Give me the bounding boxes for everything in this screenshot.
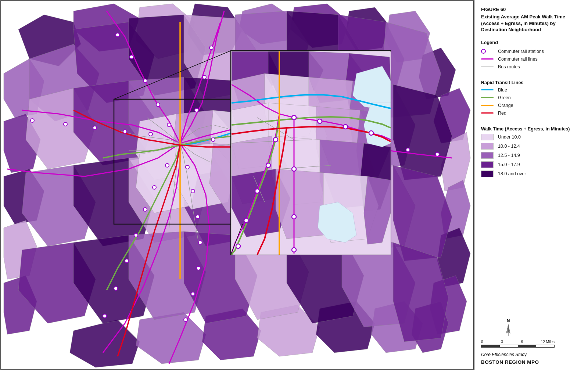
svg-point-147	[292, 215, 296, 219]
svg-point-148	[292, 248, 296, 252]
legend-item-18plus: 18.0 and over	[481, 170, 581, 177]
blue-line-symbol	[481, 89, 495, 90]
legend-item-stations: Commuter rail stations	[481, 49, 581, 54]
svg-point-92	[191, 189, 195, 193]
red-line-symbol	[481, 112, 495, 114]
svg-point-144	[244, 218, 248, 223]
scale-label-3: 3	[501, 340, 503, 344]
svg-point-89	[114, 287, 118, 290]
green-line-icon	[481, 97, 494, 98]
svg-point-106	[435, 152, 439, 156]
legend-item-bus: Bus routes	[481, 64, 581, 69]
scale-label-12: 12 Miles	[541, 340, 555, 344]
svg-point-74	[130, 55, 133, 59]
scale-bar-area: 0 3 6 12 Miles	[481, 340, 581, 348]
legend-label-18plus: 18.0 and over	[498, 171, 526, 176]
bus-route-line-icon	[481, 67, 494, 67]
svg-point-141	[273, 137, 278, 142]
svg-point-105	[406, 148, 410, 152]
red-line-icon	[481, 112, 494, 114]
svg-point-72	[156, 103, 160, 107]
svg-point-142	[266, 163, 270, 168]
legend-label-under10: Under 10.0	[498, 134, 521, 140]
svg-point-140	[369, 131, 373, 135]
legend-section-main: Legend Commuter rail stations Commuter r…	[481, 40, 581, 72]
north-label: N	[507, 318, 510, 323]
station-dot-icon	[481, 49, 486, 54]
legend-label-rail-lines: Commuter rail lines	[498, 57, 538, 62]
swatch-under10-icon	[481, 134, 494, 140]
svg-point-143	[255, 189, 259, 193]
legend-item-10-12: 10.0 - 12.4	[481, 143, 581, 150]
svg-point-79	[149, 132, 153, 136]
rapid-transit-heading: Rapid Transit Lines	[481, 80, 581, 85]
svg-point-82	[64, 122, 67, 126]
orange-line-icon	[481, 105, 494, 106]
svg-point-76	[195, 108, 198, 112]
svg-point-146	[292, 167, 296, 171]
legend-label-green: Green	[498, 95, 511, 100]
svg-point-73	[143, 79, 147, 83]
map-svg	[0, 0, 474, 370]
scale-label-0: 0	[481, 340, 483, 344]
legend-item-rail-lines: Commuter rail lines	[481, 57, 581, 62]
svg-point-75	[116, 33, 119, 37]
legend-label-15-17: 15.0 - 17.9	[498, 162, 520, 167]
map-area	[0, 0, 474, 370]
core-eff-label: Core Efficiencies Study	[481, 352, 581, 357]
figure-number: FIGURE 60	[481, 7, 581, 12]
legend-item-green: Green	[481, 95, 581, 100]
svg-point-71	[167, 123, 171, 127]
svg-point-78	[209, 46, 213, 50]
svg-point-138	[318, 119, 322, 123]
svg-point-96	[191, 292, 195, 296]
swatch-15-17-symbol	[481, 161, 495, 168]
green-line-symbol	[481, 97, 495, 98]
station-symbol	[481, 49, 495, 54]
figure-title: Existing Average AM Peak Walk Time (Acce…	[481, 14, 581, 33]
commuter-rail-line-icon	[481, 58, 494, 60]
svg-point-85	[153, 186, 156, 189]
svg-point-93	[196, 215, 200, 219]
bus-line-symbol	[481, 67, 495, 67]
swatch-12-14-icon	[481, 152, 494, 159]
map-extras: N 0 3 6 12 Miles	[481, 315, 581, 365]
legend-label-stations: Commuter rail stations	[498, 49, 544, 54]
legend-item-12-14: 12.5 - 14.9	[481, 152, 581, 159]
legend-heading: Legend	[481, 40, 581, 45]
svg-point-139	[343, 125, 348, 129]
scale-label-6: 6	[521, 340, 523, 344]
svg-point-88	[125, 259, 129, 263]
legend-label-bus: Bus routes	[498, 64, 520, 69]
scale-bar	[481, 345, 555, 348]
scale-bar-labels: 0 3 6 12 Miles	[481, 340, 555, 344]
svg-point-87	[134, 233, 138, 237]
scale-seg-2	[500, 345, 518, 347]
swatch-18plus-symbol	[481, 170, 495, 177]
orange-line-symbol	[481, 105, 495, 106]
mpo-label: BOSTON REGION MPO	[481, 359, 581, 365]
svg-point-86	[143, 208, 147, 211]
legend-item-orange: Orange	[481, 103, 581, 108]
legend-item-blue: Blue	[481, 87, 581, 93]
legend-item-15-17: 15.0 - 17.9	[481, 161, 581, 168]
svg-point-94	[198, 241, 202, 244]
swatch-15-17-icon	[481, 161, 494, 168]
swatch-10-12-symbol	[481, 143, 495, 150]
legend-panel: FIGURE 60 Existing Average AM Peak Walk …	[474, 0, 588, 370]
svg-point-91	[186, 165, 189, 169]
svg-point-77	[202, 75, 206, 79]
north-arrow: N	[503, 318, 513, 337]
svg-point-83	[31, 119, 34, 122]
svg-point-95	[197, 266, 200, 270]
svg-point-90	[103, 314, 107, 318]
legend-item-red: Red	[481, 111, 581, 116]
walk-time-heading: Walk Time (Access + Egress, in Minutes)	[481, 126, 581, 132]
scale-seg-4	[536, 345, 555, 347]
legend-label-12-14: 12.5 - 14.9	[498, 153, 520, 158]
swatch-under10-symbol	[481, 134, 495, 140]
north-arrow-icon	[503, 324, 513, 337]
legend-label-blue: Blue	[498, 87, 507, 93]
legend-label-orange: Orange	[498, 103, 513, 108]
rail-line-symbol	[481, 58, 495, 60]
